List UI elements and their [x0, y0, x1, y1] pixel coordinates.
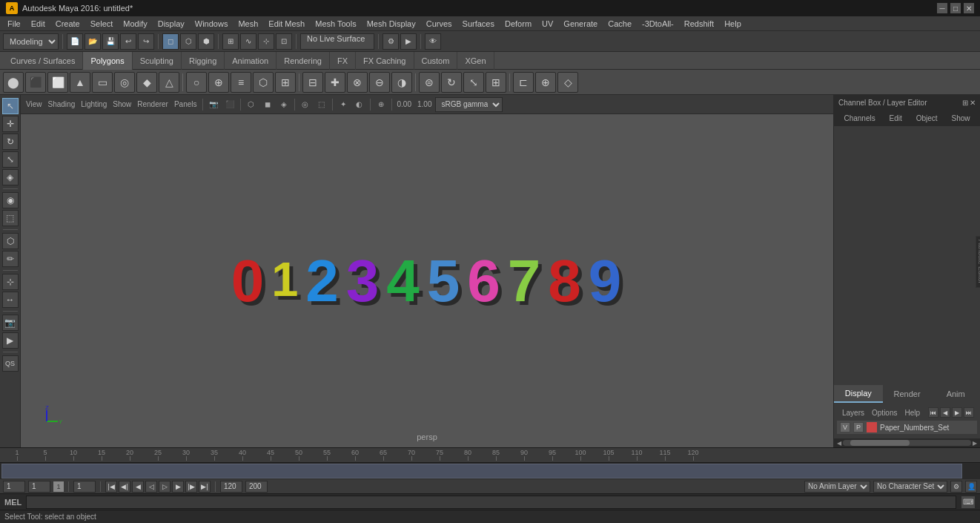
new-scene-button[interactable]: 📄 [67, 33, 83, 50]
smooth-shade-wire-btn[interactable]: ◈ [277, 97, 291, 112]
layer-color-swatch[interactable] [867, 422, 877, 432]
snap-surface-button[interactable]: ⊡ [276, 33, 292, 50]
step-forward[interactable]: |▶ [185, 481, 197, 493]
camera-tool[interactable]: 📷 [2, 315, 19, 331]
shelf-icon-plane[interactable]: ▭ [92, 72, 113, 93]
snap-grid-button[interactable]: ⊞ [222, 33, 239, 50]
isolate-btn[interactable]: ◎ [298, 97, 313, 112]
shading-menu[interactable]: Shading [46, 97, 78, 112]
char-set-select[interactable]: No Character Set [873, 481, 947, 493]
play-backward[interactable]: ◁ [145, 481, 157, 493]
render-view-tool[interactable]: ▶ [2, 332, 19, 349]
shelf-icon-move[interactable]: ⊜ [419, 72, 440, 93]
panels-menu[interactable]: Panels [172, 97, 199, 112]
x-ray-btn[interactable]: ✦ [336, 97, 351, 112]
horizontal-scrollbar[interactable]: ◀ ▶ [834, 438, 980, 447]
shelf-icon-scale[interactable]: ⤡ [463, 72, 484, 93]
shelf-icon-boolean[interactable]: ⊕ [535, 72, 556, 93]
shelf-icon-split[interactable]: ✚ [325, 72, 345, 93]
shelf-icon-bridge[interactable]: ≡ [231, 72, 251, 93]
renderer-menu[interactable]: Renderer [135, 97, 170, 112]
panel-close-button[interactable]: ✕ [970, 99, 976, 107]
scroll-left-arrow[interactable]: ◀ [835, 439, 843, 447]
step-back[interactable]: ◀| [119, 481, 130, 493]
wireframe-btn[interactable]: ⬡ [244, 97, 259, 112]
scrollbar-thumb[interactable] [850, 440, 910, 446]
select-tool-button[interactable]: ◻ [162, 33, 179, 50]
layer-nav-next-next[interactable]: ⏭ [964, 407, 974, 418]
menu-item-mesh-display[interactable]: Mesh Display [362, 16, 420, 31]
scroll-right-arrow[interactable]: ▶ [971, 439, 979, 447]
mel-input[interactable] [26, 496, 956, 509]
viewport-canvas[interactable]: 0 1 2 3 4 5 6 7 8 9 Y Z p [21, 114, 833, 447]
shadows-btn[interactable]: ◐ [352, 97, 367, 112]
shelf-tab-custom[interactable]: Custom [414, 52, 458, 70]
shelf-tab-fx[interactable]: FX [330, 52, 356, 70]
lasso-button[interactable]: ⬡ [180, 33, 196, 50]
menu-item-uv[interactable]: UV [537, 16, 557, 31]
render-settings-button[interactable]: ⚙ [383, 33, 399, 50]
menu-item-cache[interactable]: Cache [603, 16, 636, 31]
layer-nav-prev[interactable]: ◀ [940, 407, 950, 418]
camera-selector[interactable]: 📷 [206, 97, 221, 112]
menu-item-generate[interactable]: Generate [559, 16, 602, 31]
menu-item-windows[interactable]: Windows [191, 16, 233, 31]
shelf-icon-rotate[interactable]: ↻ [441, 72, 462, 93]
minimize-button[interactable]: ─ [937, 3, 947, 13]
shelf-tab-animation[interactable]: Animation [225, 52, 277, 70]
frame-start-field[interactable] [3, 481, 25, 493]
titlebar-controls[interactable]: ─ □ ✕ [937, 3, 974, 13]
shelf-tab-fxcaching[interactable]: FX Caching [356, 52, 414, 70]
channels-btn[interactable]: Channels [841, 114, 878, 122]
play-forward[interactable]: ▷ [159, 481, 170, 493]
shelf-icon-cone[interactable]: ▲ [70, 72, 90, 93]
shelf-icon-insert-loop[interactable]: ⊟ [302, 72, 323, 93]
select-tool[interactable]: ↖ [2, 98, 19, 114]
playback-start-field[interactable] [73, 481, 96, 493]
smooth-shade-btn[interactable]: ◼ [260, 97, 275, 112]
snap-tool[interactable]: ⊹ [2, 274, 19, 290]
lighting-menu[interactable]: Lighting [79, 97, 109, 112]
redo-button[interactable]: ↪ [138, 33, 154, 50]
paint-select-button[interactable]: ⬢ [198, 33, 214, 50]
anim-tab[interactable]: Anim [931, 385, 980, 403]
shelf-icon-combine[interactable]: ⊞ [275, 72, 296, 93]
snap-curve-button[interactable]: ∿ [240, 33, 256, 50]
layer-playback[interactable]: P [853, 422, 864, 432]
display-tab[interactable]: Display [834, 385, 883, 403]
menu-item-edit-mesh[interactable]: Edit Mesh [264, 16, 309, 31]
shelf-icon-sphere[interactable]: ⬤ [3, 72, 24, 93]
move-tool[interactable]: ✛ [2, 116, 19, 132]
gamma-selector[interactable]: sRGB gamma [435, 97, 503, 112]
timeline-playbar[interactable] [0, 463, 980, 479]
shelf-tab-polygons[interactable]: Polygons [83, 52, 132, 70]
shelf-tab-rendering[interactable]: Rendering [277, 52, 330, 70]
rotate-tool[interactable]: ↻ [2, 134, 19, 150]
scrollbar-track[interactable] [843, 440, 971, 446]
skip-to-start[interactable]: |◀ [105, 481, 117, 493]
shelf-icon-cube[interactable]: ⬛ [25, 72, 46, 93]
menu-item-curves[interactable]: Curves [422, 16, 457, 31]
menu-item-surfaces[interactable]: Surfaces [458, 16, 499, 31]
measure-tool[interactable]: ↔ [2, 292, 19, 308]
layers-menu-btn[interactable]: Layers [840, 409, 867, 417]
show-menu[interactable]: Show [110, 97, 133, 112]
shelf-icon-reduce[interactable]: ◇ [557, 72, 578, 93]
end-frame-field[interactable] [245, 481, 268, 493]
shelf-icon-fill[interactable]: ◑ [391, 72, 412, 93]
shelf-icon-prism[interactable]: ◆ [136, 72, 157, 93]
object-btn[interactable]: Object [913, 114, 941, 122]
close-button[interactable]: ✕ [964, 3, 974, 13]
menu-item-select[interactable]: Select [86, 16, 118, 31]
skip-to-end[interactable]: ▶| [199, 481, 211, 493]
shelf-icon-extrude[interactable]: ⊕ [208, 72, 229, 93]
shelf-icon-pyramid[interactable]: △ [159, 72, 179, 93]
options-menu-btn[interactable]: Options [870, 409, 899, 417]
snap-point-button[interactable]: ⊹ [258, 33, 274, 50]
shelf-icon-cylinder[interactable]: ⬜ [47, 72, 68, 93]
shelf-icon-target-weld[interactable]: ⊗ [347, 72, 368, 93]
menu-item-edit[interactable]: Edit [27, 16, 50, 31]
show-hide-button[interactable]: 👁 [425, 33, 441, 50]
menu-item-mesh[interactable]: Mesh [234, 16, 262, 31]
layer-nav-prev-prev[interactable]: ⏮ [928, 407, 938, 418]
